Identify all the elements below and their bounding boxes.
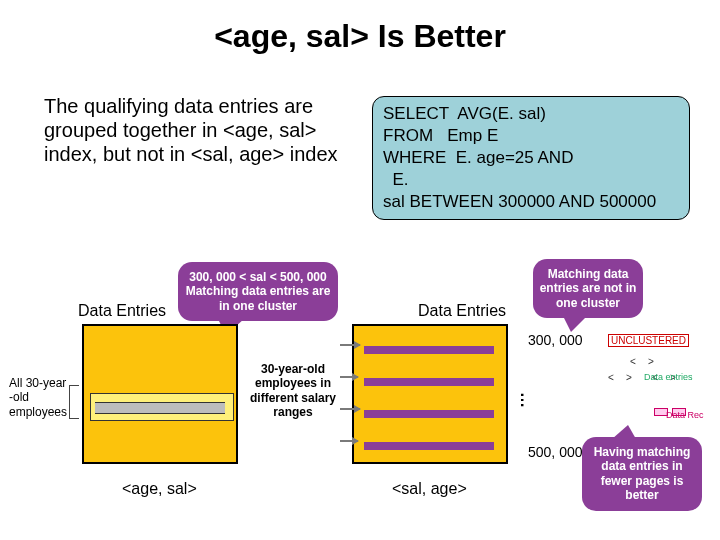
callout-left-cluster: 300, 000 < sal < 500, 000 Matching data …	[178, 262, 338, 321]
sql-from: FROM	[383, 126, 433, 145]
data-entries-left-label: Data Entries	[78, 302, 166, 320]
all-30-label: All 30-year -old employees	[9, 376, 71, 419]
sql-and: AND	[538, 148, 574, 167]
left-index-block	[82, 324, 238, 464]
data-entries-right-label: Data Entries	[418, 302, 506, 320]
data-rec-label: Data Rec	[666, 410, 704, 420]
sql-between: BETWEEN	[409, 192, 493, 211]
sql-query-box: SELECT AVG(E. sal) FROM Emp E WHERE E. a…	[372, 96, 690, 220]
unclustered-tag: UNCLUSTERED	[608, 334, 689, 347]
chev-icon: <	[608, 372, 614, 383]
callout-fewer-pages: Having matching data entries in fewer pa…	[582, 437, 702, 511]
chev-icon: >	[626, 372, 632, 383]
segment-3	[364, 410, 494, 418]
callout-right-notcluster: Matching data entries are not in one clu…	[533, 259, 643, 318]
index-right-label: <sal, age>	[392, 480, 467, 498]
left-highlight-band	[90, 393, 234, 421]
sql-between-hi: 500000	[599, 192, 656, 211]
right-index-block	[352, 324, 508, 464]
arrow-3-icon	[340, 408, 360, 410]
arrow-2-icon	[340, 376, 358, 378]
value-500000: 500, 000	[528, 444, 583, 460]
sql-where-cond: E. age=25	[456, 148, 534, 167]
chev-icon: >	[648, 356, 654, 367]
value-300000: 300, 000	[528, 332, 583, 348]
sql-select-arg: AVG(E. sal)	[457, 104, 545, 123]
slide-title: <age, sal> Is Better	[0, 0, 720, 65]
callout-salary-ranges: 30-year-old employees in different salar…	[248, 362, 338, 420]
sql-where: WHERE	[383, 148, 446, 167]
sql-select: SELECT	[383, 104, 449, 123]
left-highlight-inner	[95, 402, 225, 414]
arrow-1-icon	[340, 344, 360, 346]
index-left-label: <age, sal>	[122, 480, 197, 498]
sql-between-lo: 300000	[498, 192, 555, 211]
data-entries-small-label: Data entries	[644, 372, 693, 382]
sql-between-field: E. sal	[383, 170, 409, 211]
bracket-icon	[69, 385, 79, 419]
chev-icon: <	[630, 356, 636, 367]
segment-4	[364, 442, 494, 450]
segment-1	[364, 346, 494, 354]
arrow-4-icon	[340, 440, 358, 442]
sql-and2: AND	[559, 192, 595, 211]
ellipsis-dots-icon: …	[517, 392, 535, 406]
sql-from-arg: Emp E	[447, 126, 498, 145]
segment-2	[364, 378, 494, 386]
intro-text: The qualifying data entries are grouped …	[44, 94, 344, 166]
